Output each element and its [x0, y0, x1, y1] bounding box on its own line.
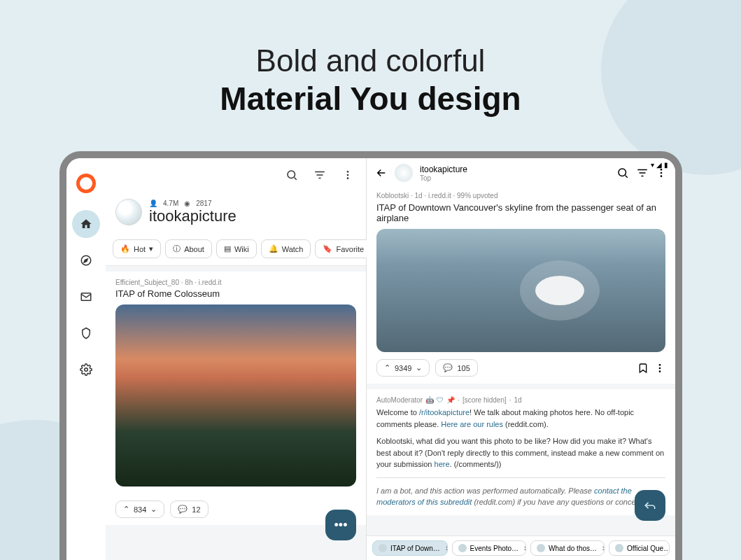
- online-icon: ◉: [184, 200, 190, 207]
- sort-chip[interactable]: 🔥 Hot ▾: [113, 239, 161, 258]
- tab-3[interactable]: What do thos… ✕: [530, 540, 605, 556]
- comment-text: Koblootski, what did you want this photo…: [376, 437, 664, 468]
- here-link[interactable]: here: [435, 460, 450, 468]
- comment-icon: 💬: [178, 505, 188, 514]
- upvote-icon: ⌃: [123, 505, 129, 514]
- comment-text: Welcome to: [376, 408, 419, 416]
- detail-vote-count: 9349: [395, 364, 411, 372]
- rules-link[interactable]: Here are our rules: [441, 420, 503, 428]
- info-icon: ⓘ: [173, 244, 181, 254]
- mod-icon[interactable]: [72, 319, 100, 347]
- detail-vote-chip[interactable]: ⌃ 9349 ⌄: [376, 359, 430, 377]
- post-meta: Efficient_Subject_80 · 8h · i.redd.it: [115, 279, 356, 286]
- svg-point-8: [661, 169, 663, 171]
- tab-avatar: [458, 544, 467, 552]
- detail-post-image[interactable]: [376, 229, 665, 352]
- watch-chip[interactable]: 🔔 Watch: [261, 239, 311, 258]
- back-icon[interactable]: [375, 167, 388, 179]
- save-icon[interactable]: [637, 363, 649, 374]
- tab-avatar: [379, 544, 387, 552]
- subreddit-header: 👤 4.7M ◉ 2817 itookapicture: [106, 192, 366, 232]
- bottom-tabs: ITAP of Down… ✕ Events Photo… ✕ What do …: [367, 536, 675, 560]
- svg-point-3: [288, 171, 295, 178]
- svg-point-11: [659, 364, 661, 366]
- watch-label: Watch: [282, 245, 304, 253]
- mod-icon: 🛡: [437, 396, 444, 404]
- detail-post-meta: Koblootski · 1d · i.redd.it · 99% upvote…: [367, 188, 675, 201]
- nav-rail: [66, 158, 106, 560]
- bell-icon: 🔔: [269, 244, 278, 253]
- favorite-chip[interactable]: 🔖 Favorite: [315, 239, 372, 258]
- subreddit-link[interactable]: /r/itookapicture: [419, 408, 470, 416]
- mail-icon[interactable]: [72, 283, 100, 311]
- detail-pane: ▾ ◢ ▮ itookapicture Top: [367, 158, 675, 560]
- close-icon[interactable]: ✕: [445, 545, 448, 552]
- comment-count: 12: [192, 505, 200, 514]
- upvote-icon: ⌃: [384, 363, 390, 372]
- reply-fab[interactable]: [635, 490, 665, 521]
- svg-point-2: [85, 368, 88, 372]
- search-icon[interactable]: [616, 167, 629, 179]
- detail-comment-chip[interactable]: 💬 105: [435, 359, 477, 377]
- comment-chip[interactable]: 💬 12: [170, 500, 208, 518]
- comment-icon: 💬: [443, 363, 453, 372]
- detail-comment-count: 105: [457, 364, 470, 372]
- close-icon[interactable]: ✕: [523, 545, 526, 552]
- wiki-chip[interactable]: ▤ Wiki: [216, 239, 257, 258]
- subreddit-avatar-small[interactable]: [395, 164, 413, 182]
- search-icon[interactable]: [281, 164, 303, 186]
- close-icon[interactable]: ✕: [602, 545, 605, 552]
- comment-author: AutoModerator: [376, 396, 423, 404]
- svg-point-7: [619, 169, 626, 176]
- bookmark-icon: 🔖: [323, 244, 332, 253]
- post-title: ITAP of Rome Colosseum: [115, 288, 356, 299]
- tab-label: Events Photo…: [470, 545, 518, 552]
- settings-icon[interactable]: [72, 356, 100, 384]
- downvote-icon: ⌄: [416, 363, 422, 372]
- more-fab[interactable]: •••: [325, 510, 356, 540]
- about-chip[interactable]: ⓘ About: [165, 239, 212, 258]
- tab-1[interactable]: ITAP of Down… ✕: [372, 540, 448, 556]
- comment-time: 1d: [514, 396, 522, 404]
- explore-icon[interactable]: [72, 246, 100, 274]
- post-image[interactable]: [115, 304, 356, 486]
- sort-icon[interactable]: [309, 164, 331, 186]
- post-card[interactable]: Efficient_Subject_80 · 8h · i.redd.it IT…: [106, 272, 366, 493]
- tab-label: What do thos…: [549, 545, 597, 552]
- comment[interactable]: AutoModerator 🤖 🛡 📌 · [score hidden] · 1…: [367, 389, 675, 515]
- tablet-frame: 👤 4.7M ◉ 2817 itookapicture 🔥 Hot ▾: [59, 151, 682, 560]
- tab-avatar: [615, 544, 623, 552]
- comment-text: . (/comments/)): [450, 460, 502, 468]
- vote-count: 834: [134, 505, 146, 514]
- detail-post-title: ITAP of Downtown Vancouver's skyline fro…: [367, 201, 675, 229]
- tab-4[interactable]: Official Que…: [609, 540, 670, 556]
- svg-point-5: [347, 174, 349, 176]
- favorite-label: Favorite: [336, 245, 364, 253]
- more-icon[interactable]: [654, 363, 665, 374]
- pin-icon: 📌: [446, 396, 455, 404]
- book-icon: ▤: [224, 244, 231, 253]
- app-logo[interactable]: [76, 174, 96, 193]
- more-icon[interactable]: [656, 167, 667, 178]
- vote-chip[interactable]: ⌃ 834 ⌄: [115, 500, 164, 518]
- detail-sort: Top: [420, 174, 467, 182]
- sort-label: Hot: [134, 245, 146, 253]
- sort-icon[interactable]: [636, 167, 649, 179]
- comment-score: [score hidden]: [463, 396, 507, 404]
- about-label: About: [184, 245, 204, 253]
- comment-text: I am a bot, and this action was performe…: [376, 486, 594, 495]
- subreddit-name: itookapicture: [149, 207, 237, 225]
- detail-subreddit: itookapicture: [420, 164, 467, 174]
- hero-line-2: Material You design: [0, 80, 741, 118]
- online-count: 2817: [196, 200, 211, 207]
- svg-point-10: [661, 175, 663, 177]
- chevron-down-icon: ▾: [149, 244, 153, 253]
- tab-2[interactable]: Events Photo… ✕: [452, 540, 526, 556]
- more-icon[interactable]: [337, 164, 359, 186]
- home-icon[interactable]: [72, 210, 100, 238]
- status-bar: ▾ ◢ ▮: [651, 161, 668, 169]
- comment-text: (reddit.com).: [503, 420, 549, 428]
- tab-avatar: [537, 544, 545, 552]
- subreddit-avatar[interactable]: [115, 199, 142, 225]
- fire-icon: 🔥: [120, 244, 130, 253]
